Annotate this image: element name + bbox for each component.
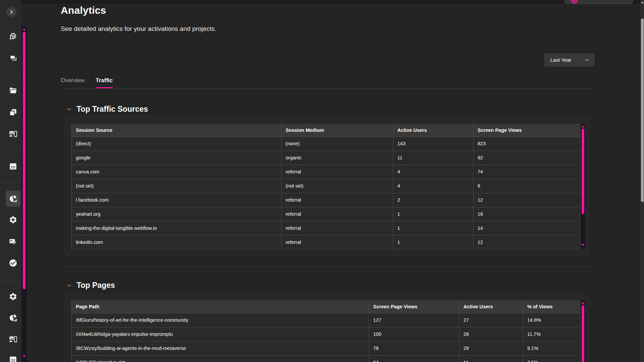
table-cell: yeahart.org	[72, 207, 282, 221]
table-cell: 823	[474, 137, 580, 151]
table-cell: organic	[282, 151, 393, 165]
table-cell: 29	[459, 341, 523, 355]
column-header: Active Users	[393, 124, 474, 137]
top-toolbar-fragment	[564, 0, 633, 4]
table-cell: 7.5%	[523, 355, 580, 362]
table-cell: linkedin.com	[72, 235, 282, 249]
column-header: Session Source	[72, 124, 282, 137]
table-row: making-the-digital-tangible.webflow.iore…	[72, 221, 580, 235]
column-header: Page Path	[72, 300, 369, 313]
sidebar-scrollbar-thumb[interactable]	[23, 32, 26, 289]
sidebar-item-web-search[interactable]	[6, 29, 20, 45]
scroll-up-arrow-icon[interactable]	[582, 125, 584, 127]
table-row: /BCWzsiy/building-ai-agents-in-the-mud-m…	[72, 341, 580, 355]
table-row: /iXNw4LW/tolga-yayalars-impulse-imprompt…	[72, 327, 580, 341]
calendar-icon	[9, 162, 17, 171]
table-cell: google	[72, 151, 282, 165]
sidebar-item-settings-2[interactable]	[6, 289, 20, 305]
table-cell: 12	[474, 235, 580, 249]
table-cell: 9.1%	[523, 341, 580, 355]
table-cell: 18	[474, 207, 580, 221]
sidebar-item-cards[interactable]	[6, 50, 20, 66]
page-title: Analytics	[61, 5, 106, 16]
chevron-right-icon	[8, 8, 15, 16]
date-range-select[interactable]: Last Year	[544, 53, 595, 66]
table-cell: 100	[369, 327, 459, 341]
table-row: yeahart.orgreferral118	[72, 207, 580, 221]
scroll-up-arrow-icon[interactable]	[582, 302, 584, 304]
table-cell: 2	[393, 193, 474, 207]
sidebar-item-card-edit[interactable]	[6, 234, 20, 250]
table-cell: 1	[393, 235, 474, 249]
card-edit-icon	[9, 237, 17, 246]
column-header: Screen Page Views	[369, 300, 459, 313]
sidebar-divider	[0, 152, 21, 152]
table-row: /6fGiurs/history-of-art-for-the-intellig…	[72, 313, 580, 327]
table-scrollbar-thumb[interactable]	[582, 128, 584, 214]
table-cell: 78	[369, 341, 459, 355]
section-divider	[61, 267, 595, 267]
chevron-down-icon	[584, 57, 590, 63]
table-cell: (not set)	[72, 179, 282, 193]
window-scrollbar-thumb[interactable]	[641, 18, 644, 202]
sidebar-expand-button[interactable]	[6, 7, 16, 17]
top-pages-card: Page PathScreen Page ViewsActive Users% …	[65, 294, 589, 362]
table-cell: 14	[474, 221, 580, 235]
section-toggle-top-pages[interactable]: Top Pages	[66, 281, 115, 290]
table-cell: 1	[393, 221, 474, 235]
sidebar-item-devices-2[interactable]	[6, 331, 20, 348]
table-cell: /xBPLRRv/creative-riot	[72, 355, 369, 362]
sidebar-item-projects[interactable]	[6, 83, 20, 99]
table-cell: /iXNw4LW/tolga-yayalars-impulse-imprompt…	[72, 327, 369, 341]
sidebar-divider	[0, 183, 21, 183]
sidebar-item-devices[interactable]	[6, 126, 20, 142]
section-title: Top Pages	[77, 281, 115, 290]
scroll-down-arrow-icon[interactable]	[23, 355, 26, 358]
sidebar-item-calendar-2[interactable]	[6, 352, 20, 362]
table-row: (not set)(not set)46	[72, 179, 580, 193]
top-pages-table: Page PathScreen Page ViewsActive Users% …	[71, 300, 580, 362]
table-cell: 127	[369, 313, 459, 327]
table-cell: referral	[282, 207, 393, 221]
settings-gear-icon	[9, 215, 17, 224]
table-cell: referral	[282, 235, 393, 249]
sidebar-scrollbar[interactable]	[22, 26, 27, 362]
column-header: Active Users	[459, 300, 523, 313]
table-row: l.facebook.comreferral212	[72, 193, 580, 207]
avatar[interactable]	[571, 0, 578, 4]
window-scrollbar[interactable]	[640, 0, 644, 362]
sidebar-item-copies[interactable]	[6, 104, 20, 120]
table-cell: /6fGiurs/history-of-art-for-the-intellig…	[72, 313, 369, 327]
sidebar-item-analytics-2[interactable]	[6, 310, 20, 326]
table-cell: (not set)	[282, 179, 393, 193]
copy-icon	[9, 108, 17, 117]
sidebar-item-settings[interactable]	[6, 212, 20, 228]
table-scrollbar-thumb[interactable]	[582, 305, 584, 362]
table-header-row: Session SourceSession MediumActive Users…	[72, 124, 580, 137]
table-cell: /BCWzsiy/building-ai-agents-in-the-mud-m…	[72, 341, 369, 355]
sidebar-item-approvals[interactable]	[6, 255, 20, 271]
table-row: linkedin.comreferral112	[72, 235, 580, 249]
table-scrollbar[interactable]	[581, 300, 585, 362]
traffic-sources-table: Session SourceSession MediumActive Users…	[71, 124, 580, 250]
table-cell: 14.8%	[523, 313, 580, 327]
scroll-down-arrow-icon[interactable]	[582, 244, 584, 246]
sidebar-item-analytics[interactable]	[6, 191, 20, 207]
table-cell: 28	[459, 327, 523, 341]
table-cell: 6	[474, 179, 580, 193]
table-cell: referral	[282, 165, 393, 179]
table-cell: 74	[474, 165, 580, 179]
table-scrollbar[interactable]	[581, 124, 585, 249]
sidebar-item-calendar[interactable]	[6, 158, 20, 174]
table-row: googleorganic1192	[72, 151, 580, 165]
section-toggle-traffic-sources[interactable]: Top Traffic Sources	[66, 105, 148, 114]
traffic-sources-card: Session SourceSession MediumActive Users…	[65, 116, 589, 255]
column-header: Screen Page Views	[474, 124, 580, 137]
table-cell: referral	[282, 221, 393, 235]
sidebar-divider	[0, 280, 21, 281]
tab-traffic[interactable]: Traffic	[96, 77, 113, 84]
tab-overview[interactable]: Overview	[61, 77, 85, 84]
scroll-up-arrow-icon[interactable]	[641, 1, 644, 3]
scroll-up-arrow-icon[interactable]	[23, 28, 26, 31]
table-cell: 4	[393, 165, 474, 179]
